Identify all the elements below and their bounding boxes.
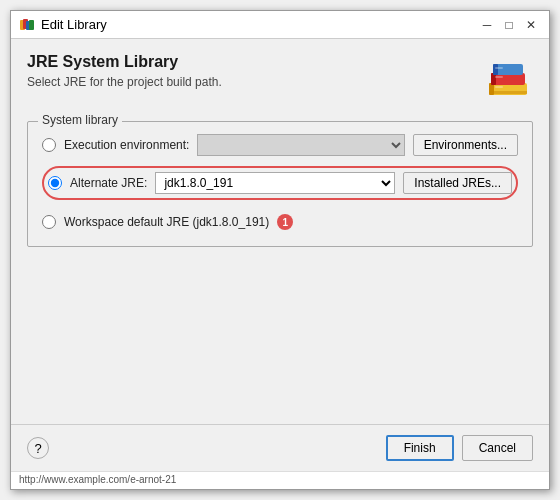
environments-button[interactable]: Environments...	[413, 134, 518, 156]
dialog-window: Edit Library ─ □ ✕ JRE System Library Se…	[10, 10, 550, 490]
execution-environment-select[interactable]	[197, 134, 404, 156]
dialog-footer: ? Finish Cancel	[11, 424, 549, 471]
dialog-content: System library Execution environment: En…	[11, 113, 549, 424]
execution-environment-label: Execution environment:	[64, 138, 189, 152]
alternate-jre-label: Alternate JRE:	[70, 176, 147, 190]
title-icon	[19, 17, 35, 33]
cancel-button[interactable]: Cancel	[462, 435, 533, 461]
workspace-default-radio[interactable]	[42, 215, 56, 229]
close-button[interactable]: ✕	[521, 15, 541, 35]
dialog-header: JRE System Library Select JRE for the pr…	[11, 39, 549, 113]
header-icon	[483, 53, 533, 103]
help-button[interactable]: ?	[27, 437, 49, 459]
title-text: Edit Library	[41, 17, 107, 32]
alternate-jre-row: Alternate JRE: jdk1.8.0_191 Installed JR…	[42, 166, 518, 200]
title-bar-left: Edit Library	[19, 17, 107, 33]
svg-rect-3	[29, 20, 34, 30]
title-bar-buttons: ─ □ ✕	[477, 15, 541, 35]
execution-environment-radio[interactable]	[42, 138, 56, 152]
finish-button[interactable]: Finish	[386, 435, 454, 461]
alternate-jre-radio[interactable]	[48, 176, 62, 190]
execution-environment-row: Execution environment: Environments...	[42, 134, 518, 156]
footer-left: ?	[27, 437, 49, 459]
url-bar: http://www.example.com/e-arnot-21	[11, 471, 549, 489]
footer-right: Finish Cancel	[386, 435, 533, 461]
svg-rect-13	[495, 86, 503, 88]
dialog-title: JRE System Library	[27, 53, 483, 71]
svg-rect-12	[495, 76, 503, 78]
installed-jres-button[interactable]: Installed JREs...	[403, 172, 512, 194]
svg-rect-10	[489, 91, 527, 94]
group-box-label: System library	[38, 113, 122, 127]
dialog-header-text: JRE System Library Select JRE for the pr…	[27, 53, 483, 89]
workspace-default-label: Workspace default JRE (jdk1.8.0_191)	[64, 215, 269, 229]
minimize-button[interactable]: ─	[477, 15, 497, 35]
books-icon	[485, 55, 531, 101]
svg-rect-9	[493, 64, 498, 75]
title-bar: Edit Library ─ □ ✕	[11, 11, 549, 39]
error-badge: 1	[277, 214, 293, 230]
svg-rect-11	[495, 67, 503, 69]
workspace-default-row: Workspace default JRE (jdk1.8.0_191) 1	[42, 210, 518, 234]
alternate-jre-select[interactable]: jdk1.8.0_191	[155, 172, 395, 194]
system-library-group: System library Execution environment: En…	[27, 121, 533, 247]
maximize-button[interactable]: □	[499, 15, 519, 35]
dialog-subtitle: Select JRE for the project build path.	[27, 75, 483, 89]
